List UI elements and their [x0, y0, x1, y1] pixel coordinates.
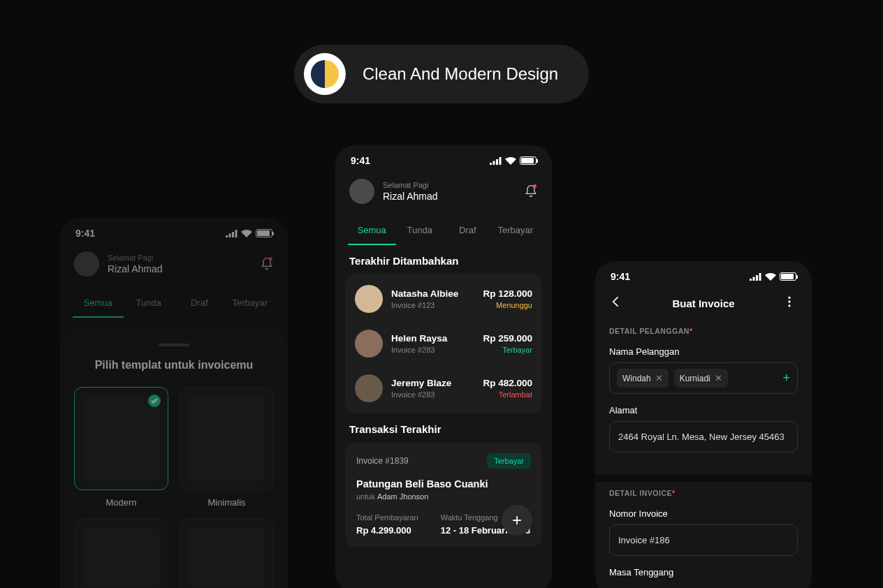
svg-point-14 [788, 304, 790, 307]
tab-terbayar[interactable]: Terbayar [225, 292, 276, 318]
status-bar: 9:41 [595, 261, 812, 288]
tab-tunda[interactable]: Tunda [124, 292, 175, 318]
signal-icon [226, 230, 238, 237]
invoice-sub: Invoice #283 [391, 390, 474, 399]
invoice-sub: Invoice #283 [391, 346, 474, 354]
avatar[interactable] [349, 179, 374, 204]
check-icon [148, 395, 161, 407]
template-minimalis[interactable]: Minimalis [180, 387, 274, 508]
wifi-icon [505, 157, 516, 165]
greeting-text: Selamat Pagi [108, 253, 251, 262]
transaction-card[interactable]: Invoice #1839 Terbayar Patungan Beli Bas… [345, 442, 542, 547]
invoice-amount: Rp 128.000 [483, 288, 532, 299]
template-label: Minimalis [180, 497, 274, 508]
chip[interactable]: Kurniadi✕ [674, 369, 728, 388]
header-title: Clean And Modern Design [363, 64, 558, 84]
field-label: Nomor Invoice [609, 508, 798, 519]
status-time: 9:41 [611, 271, 630, 282]
tab-draf[interactable]: Draf [174, 292, 225, 318]
chip-remove-icon[interactable]: ✕ [715, 373, 722, 383]
section-label: DETAIL PELANGGAN* [609, 327, 798, 335]
status-bar: 9:41 [60, 218, 288, 244]
add-chip-button[interactable]: + [782, 371, 790, 385]
notification-icon[interactable] [260, 257, 274, 271]
invoice-section: DETAIL INVOICE* Nomor Invoice Invoice #1… [595, 485, 812, 588]
svg-rect-1 [229, 233, 231, 237]
customer-name-input[interactable]: Windah✕ Kurniadi✕ + [609, 362, 798, 394]
tab-semua[interactable]: Semua [73, 292, 124, 318]
wifi-icon [241, 230, 252, 237]
signal-icon [490, 157, 502, 165]
status-time: 9:41 [75, 228, 95, 239]
svg-rect-8 [750, 279, 752, 281]
tab-draf[interactable]: Draf [444, 219, 492, 245]
recent-title: Terakhir Ditambahkan [335, 245, 552, 274]
back-button[interactable] [609, 295, 625, 311]
add-button[interactable]: + [502, 505, 532, 536]
sheet-handle[interactable] [159, 344, 189, 346]
status-badge: Menunggu [483, 301, 532, 309]
template-sheet: Pilih templat untuk invoicemu Modern Min… [60, 330, 288, 588]
header-pill: Clean And Modern Design [294, 45, 589, 103]
svg-rect-7 [499, 157, 502, 165]
template-option[interactable] [180, 519, 274, 588]
battery-icon [780, 272, 796, 281]
trx-name: Patungan Beli Baso Cuanki [356, 478, 531, 490]
total-value: Rp 4.299.000 [356, 525, 418, 536]
invoice-item[interactable]: Natasha AlbieeInvoice #123 Rp 128.000Men… [345, 277, 542, 321]
chip[interactable]: Windah✕ [617, 369, 669, 388]
tabs: Semua Tunda Draf Terbayar [60, 284, 288, 318]
tabs: Semua Tunda Draf Terbayar [335, 211, 552, 245]
signal-icon [750, 273, 761, 281]
invoice-amount: Rp 482.000 [483, 378, 532, 388]
tab-terbayar[interactable]: Terbayar [492, 219, 540, 245]
menu-icon[interactable] [782, 295, 798, 311]
avatar [355, 285, 383, 313]
battery-icon [520, 156, 537, 165]
plus-icon: + [512, 510, 522, 530]
status-badge: Terlambat [483, 390, 532, 399]
svg-point-12 [788, 297, 790, 299]
chip-remove-icon[interactable]: ✕ [655, 373, 663, 383]
page-title: Buat Invoice [625, 297, 782, 309]
customer-section: DETAIL PELANGGAN* Nama Pelanggan Windah✕… [595, 323, 812, 462]
status-time: 9:41 [351, 155, 370, 166]
section-divider [595, 475, 812, 482]
phone-create-invoice: 9:41 Buat Invoice DETAIL PELANGGAN* Nama… [595, 261, 812, 588]
svg-rect-9 [753, 277, 755, 281]
avatar[interactable] [74, 251, 99, 277]
svg-rect-0 [226, 235, 228, 237]
trx-id: Invoice #1839 [356, 456, 409, 466]
svg-rect-11 [759, 273, 761, 281]
sheet-title: Pilih templat untuk invoicemu [74, 359, 274, 372]
battery-icon [256, 229, 272, 237]
svg-point-13 [788, 300, 790, 302]
notification-icon[interactable] [524, 184, 538, 198]
invoice-amount: Rp 259.000 [483, 333, 532, 344]
trx-title: Transaksi Terakhir [335, 413, 552, 442]
section-label: DETAIL INVOICE* [609, 489, 798, 497]
template-label: Modern [74, 497, 168, 508]
invoice-number-input[interactable]: Invoice #186 [609, 524, 798, 556]
template-modern[interactable]: Modern [74, 387, 168, 508]
template-option[interactable] [74, 519, 168, 588]
avatar [355, 374, 383, 402]
svg-rect-2 [232, 232, 234, 237]
user-name: Rizal Ahmad [383, 191, 516, 202]
svg-rect-10 [756, 275, 758, 281]
logo-icon [304, 53, 346, 95]
user-name: Rizal Ahmad [108, 263, 251, 274]
status-bar: 9:41 [335, 145, 552, 172]
avatar [355, 330, 383, 358]
tab-tunda[interactable]: Tunda [396, 219, 444, 245]
phone-template-picker: 9:41 Selamat Pagi Rizal Ahmad Semua Tund… [60, 218, 288, 588]
field-label: Nama Pelanggan [609, 346, 798, 357]
tab-semua[interactable]: Semua [348, 219, 396, 245]
invoice-list: Natasha AlbieeInvoice #123 Rp 128.000Men… [345, 274, 542, 413]
field-label: Masa Tenggang [609, 567, 798, 578]
invoice-sub: Invoice #123 [391, 301, 474, 309]
greeting-text: Selamat Pagi [383, 181, 516, 189]
address-input[interactable]: 2464 Royal Ln. Mesa, New Jersey 45463 [609, 421, 798, 453]
invoice-item[interactable]: Helen RaysaInvoice #283 Rp 259.000Terbay… [345, 321, 542, 366]
invoice-item[interactable]: Jeremy BlazeInvoice #283 Rp 482.000Terla… [345, 366, 542, 411]
